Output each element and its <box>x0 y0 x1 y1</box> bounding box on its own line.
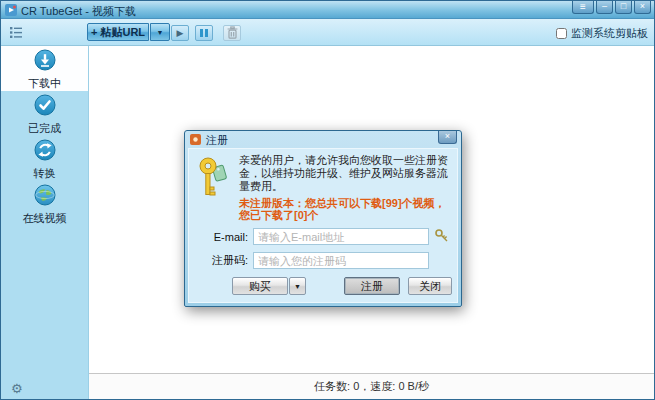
sidebar: 下载中 已完成 转换 <box>1 46 89 399</box>
regcode-label: 注册码: <box>196 253 248 268</box>
speed-label: ，速度: <box>359 380 398 392</box>
maximize-icon[interactable]: □ <box>615 1 632 14</box>
toolbar: + 粘贴URL ▼ ▶ 监测系统剪贴板 <box>1 19 654 46</box>
trash-icon <box>226 26 239 40</box>
close-icon[interactable]: × <box>634 1 651 14</box>
tasks-label: 任务数: <box>314 380 353 392</box>
dialog-titlebar: 注册 × <box>185 131 461 148</box>
dialog-body: 亲爱的用户，请允许我向您收取一些注册资金，以维持功能升级、维护及网站服务器流量费… <box>188 148 458 303</box>
speed-value: 0 B/秒 <box>398 380 429 392</box>
minimize-icon[interactable]: – <box>596 1 613 14</box>
close-button[interactable]: 关闭 <box>408 277 452 295</box>
dialog-icon <box>190 134 201 145</box>
convert-icon <box>34 139 56 161</box>
titlebar: CR TubeGet - 视频下载 ≡ – □ × <box>1 1 654 19</box>
app-window: CR TubeGet - 视频下载 ≡ – □ × + 粘贴URL ▼ ▶ <box>0 0 655 400</box>
key-lookup-button[interactable] <box>433 228 450 245</box>
sidebar-item-label: 下载中 <box>1 76 88 91</box>
menu-icon[interactable]: ≡ <box>572 1 594 14</box>
monitor-clipboard-label: 监测系统剪贴板 <box>571 26 648 41</box>
play-icon: ▶ <box>177 28 184 38</box>
window-title: CR TubeGet - 视频下载 <box>21 4 136 19</box>
check-icon <box>34 94 56 116</box>
task-list-icon[interactable] <box>9 25 23 40</box>
paste-url-dropdown-icon[interactable]: ▼ <box>150 23 170 41</box>
app-icon <box>5 4 17 16</box>
start-download-button[interactable]: ▶ <box>171 25 189 41</box>
sidebar-item-label: 已完成 <box>1 121 88 136</box>
dialog-title: 注册 <box>206 133 228 148</box>
sidebar-item-downloading[interactable]: 下载中 <box>1 46 88 91</box>
status-bar: 任务数: 0，速度: 0 B/秒 <box>89 373 654 399</box>
pause-download-button[interactable] <box>195 25 213 41</box>
buy-button[interactable]: 购买 <box>232 277 288 295</box>
sidebar-item-completed[interactable]: 已完成 <box>1 91 88 136</box>
buy-dropdown-icon[interactable]: ▼ <box>289 277 306 295</box>
sidebar-item-label: 在线视频 <box>1 211 88 226</box>
paste-url-button[interactable]: + 粘贴URL <box>87 23 149 41</box>
dialog-buttons: 购买 ▼ 注册 关闭 <box>196 277 450 295</box>
sidebar-item-label: 转换 <box>1 166 88 181</box>
pause-icon <box>200 29 203 37</box>
email-label: E-mail: <box>196 231 248 243</box>
small-key-icon <box>434 228 450 244</box>
monitor-clipboard-option: 监测系统剪贴板 <box>556 26 648 41</box>
register-dialog: 注册 × 亲爱的用户，请允许我向您收取一些注册资金， <box>184 130 462 307</box>
settings-gear-icon[interactable]: ⚙ <box>11 382 23 395</box>
unregistered-notice: 未注册版本：您总共可以下载[99]个视频，您已下载了[0]个 <box>239 197 450 221</box>
download-icon <box>34 49 56 71</box>
register-button[interactable]: 注册 <box>344 277 400 295</box>
globe-icon <box>34 184 56 206</box>
monitor-clipboard-checkbox[interactable] <box>556 28 567 39</box>
sidebar-item-convert[interactable]: 转换 <box>1 136 88 181</box>
sidebar-item-online-video[interactable]: 在线视频 <box>1 181 88 226</box>
registration-key-icon <box>198 156 230 200</box>
regcode-field[interactable] <box>253 252 429 269</box>
window-controls: ≡ – □ × <box>572 1 651 14</box>
dialog-message: 亲爱的用户，请允许我向您收取一些注册资金，以维持功能升级、维护及网站服务器流量费… <box>239 154 450 193</box>
unregistered-prefix: 未注册版本： <box>239 197 305 209</box>
email-field[interactable] <box>253 228 429 245</box>
dialog-close-icon[interactable]: × <box>438 131 457 144</box>
delete-task-button[interactable] <box>223 25 241 41</box>
